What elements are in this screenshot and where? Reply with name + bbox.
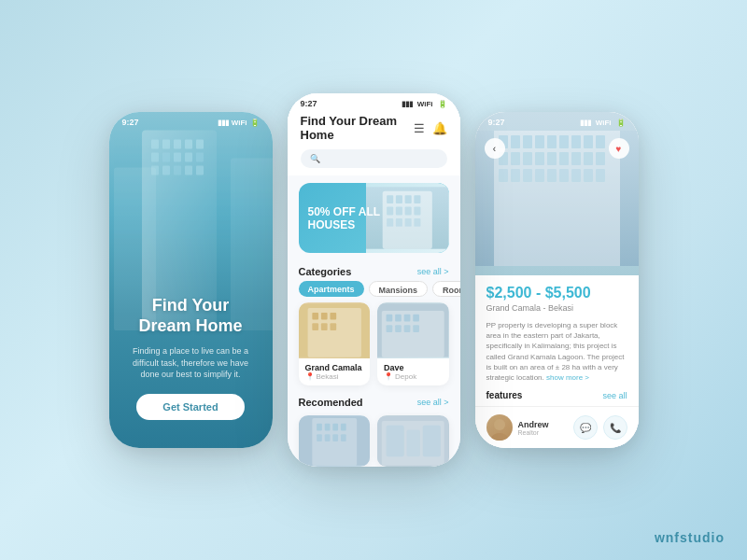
property-card-1-image <box>299 302 371 358</box>
time-middle: 9:27 <box>301 99 317 108</box>
svg-rect-27 <box>414 207 420 216</box>
svg-rect-38 <box>320 323 327 330</box>
header-icons: ☰ 🔔 <box>414 121 447 135</box>
svg-rect-79 <box>535 152 544 165</box>
favorite-button[interactable]: ♥ <box>609 138 629 159</box>
categories-see-all[interactable]: see all > <box>417 267 449 276</box>
recommended-card-2[interactable] <box>377 415 449 467</box>
svg-rect-46 <box>387 325 393 332</box>
agent-avatar <box>486 414 513 441</box>
svg-rect-54 <box>332 424 338 431</box>
property-card-1[interactable]: Grand Camala 📍 Bekasi <box>299 302 371 385</box>
features-section: features see all ⊞ Area 582ft² 🛏 Bed <box>486 390 627 406</box>
svg-rect-66 <box>494 131 620 266</box>
agent-bar: Andrew Realtor 💬 📞 <box>475 406 639 448</box>
svg-rect-91 <box>571 169 581 182</box>
svg-rect-23 <box>414 195 420 203</box>
svg-rect-72 <box>559 135 569 148</box>
svg-rect-30 <box>405 218 412 227</box>
call-icon: 📞 <box>610 423 621 433</box>
svg-rect-75 <box>596 135 605 148</box>
show-more-link[interactable]: show more > <box>546 373 589 382</box>
status-icons-right: ▮▮▮ WiFi 🔋 <box>580 119 626 127</box>
svg-rect-39 <box>330 323 336 330</box>
svg-rect-1 <box>151 140 159 149</box>
middle-title-row: Find Your Dream Home ☰ 🔔 <box>301 114 447 142</box>
left-title: Find Your Dream Home <box>124 296 258 336</box>
svg-rect-63 <box>407 430 420 457</box>
agent-actions: 💬 📞 <box>573 415 627 440</box>
svg-rect-25 <box>396 207 402 216</box>
recommended-see-all[interactable]: see all > <box>417 398 449 407</box>
svg-rect-31 <box>414 218 420 227</box>
brand-watermark: wnfstudio <box>655 530 725 545</box>
banner-title: 50% OFF ALL HOUSES <box>308 204 381 231</box>
svg-rect-52 <box>317 424 322 431</box>
svg-rect-90 <box>559 169 569 182</box>
features-header: features see all <box>486 390 627 400</box>
svg-rect-64 <box>423 426 441 456</box>
back-button[interactable]: ‹ <box>485 138 505 159</box>
middle-header: Find Your Dream Home ☰ 🔔 🔍 <box>288 110 460 175</box>
svg-rect-3 <box>174 140 181 149</box>
pill-rooms[interactable]: Rooms <box>432 281 459 297</box>
svg-rect-56 <box>317 434 322 441</box>
call-button[interactable]: 📞 <box>603 415 627 440</box>
pill-mansions[interactable]: Mansions <box>369 281 429 297</box>
categories-section-header: Categories see all > <box>288 260 460 281</box>
location-icon-2: 📍 <box>384 372 393 381</box>
get-started-button[interactable]: Get Started <box>136 394 244 420</box>
svg-rect-49 <box>413 325 419 332</box>
features-see-all[interactable]: see all <box>602 391 627 400</box>
svg-rect-58 <box>332 434 338 441</box>
property-card-2-image <box>377 302 449 358</box>
svg-rect-77 <box>511 152 520 165</box>
svg-rect-55 <box>340 424 345 431</box>
svg-rect-21 <box>396 195 402 203</box>
search-bar[interactable]: 🔍 <box>301 149 447 168</box>
svg-rect-73 <box>571 135 581 148</box>
category-pills: Apartments Mansions Rooms <box>288 281 460 302</box>
price-range: $2,500 - $5,500 <box>486 285 627 301</box>
status-bar-right: 9:27 ▮▮▮ WiFi 🔋 <box>475 112 639 129</box>
chat-button[interactable]: 💬 <box>573 415 598 440</box>
right-details: $2,500 - $5,500 Grand Camala - Bekasi PP… <box>475 275 639 406</box>
property-card-1-location: 📍 Bekasi <box>305 372 364 381</box>
phone-left: 9:27 ▮▮▮ WiFi 🔋 Find Your Dream Home Fin… <box>109 112 273 448</box>
svg-rect-2 <box>162 140 170 149</box>
svg-rect-84 <box>596 152 605 165</box>
left-phone-content: Find Your Dream Home Finding a place to … <box>109 296 273 420</box>
recommended-card-1[interactable] <box>299 415 371 467</box>
property-card-1-body: Grand Camala 📍 Bekasi <box>299 358 371 385</box>
property-location: Grand Camala - Bekasi <box>486 303 627 313</box>
svg-rect-71 <box>547 135 557 148</box>
svg-rect-83 <box>584 152 593 165</box>
svg-rect-48 <box>404 325 411 332</box>
svg-rect-20 <box>387 195 393 203</box>
svg-rect-86 <box>511 169 520 182</box>
svg-rect-85 <box>499 169 508 182</box>
svg-rect-12 <box>162 166 170 175</box>
bell-icon[interactable]: 🔔 <box>432 121 447 135</box>
svg-rect-15 <box>196 166 204 175</box>
banner: 50% OFF ALL HOUSES <box>299 183 449 253</box>
features-title: features <box>486 390 523 400</box>
middle-title: Find Your Dream Home <box>301 114 414 142</box>
svg-rect-87 <box>523 169 532 182</box>
svg-rect-81 <box>559 152 569 165</box>
svg-rect-26 <box>405 207 412 216</box>
middle-content: 9:27 ▮▮▮ WiFi 🔋 Find Your Dream Home ☰ 🔔 <box>288 93 460 467</box>
property-card-2[interactable]: Dave 📍 Depok <box>377 302 449 385</box>
svg-rect-43 <box>395 315 402 322</box>
svg-rect-69 <box>523 135 532 148</box>
svg-rect-62 <box>387 426 404 456</box>
svg-rect-47 <box>395 325 402 332</box>
svg-point-95 <box>491 433 508 441</box>
recommended-cards <box>288 415 460 467</box>
svg-rect-37 <box>312 323 318 330</box>
menu-icon[interactable]: ☰ <box>414 121 425 135</box>
svg-rect-92 <box>584 169 593 182</box>
pill-apartments[interactable]: Apartments <box>299 281 364 297</box>
svg-rect-22 <box>405 195 412 203</box>
property-card-2-name: Dave <box>384 363 443 372</box>
